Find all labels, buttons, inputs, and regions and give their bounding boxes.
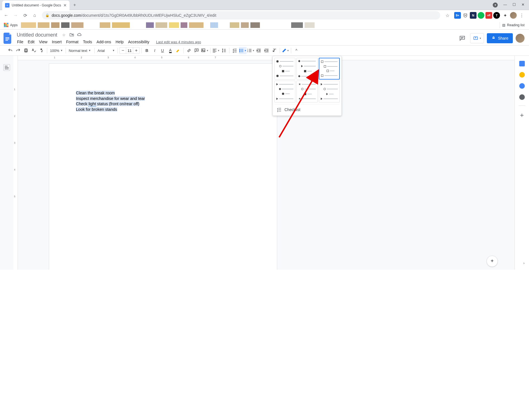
omnibox[interactable]: 🔒 docs.google.com/document/d/1ts7GgDR0A4… bbox=[42, 11, 440, 20]
bullet-option-checklist[interactable]: Checklist bbox=[274, 104, 340, 114]
move-doc-icon[interactable] bbox=[69, 33, 75, 37]
font-size-control[interactable]: − + bbox=[119, 47, 140, 54]
reading-list-button[interactable]: ▤ Reading list bbox=[500, 22, 527, 28]
outline-toggle-icon[interactable] bbox=[3, 64, 10, 71]
editing-mode-button[interactable]: ▼ bbox=[282, 47, 289, 54]
menu-file[interactable]: File bbox=[15, 39, 25, 45]
profile-avatar[interactable] bbox=[510, 12, 517, 19]
highlight-button[interactable] bbox=[174, 47, 182, 54]
document-title[interactable]: Untitled document bbox=[15, 32, 59, 39]
font-size-dec[interactable]: − bbox=[120, 48, 126, 53]
apps-button[interactable]: Apps bbox=[2, 22, 19, 28]
docs-logo[interactable] bbox=[3, 32, 13, 44]
extensions-icon[interactable]: ✦ bbox=[501, 11, 509, 19]
bullet-option-diamond[interactable] bbox=[296, 58, 317, 80]
add-app-icon[interactable]: + bbox=[520, 111, 524, 119]
hide-sidepanel-icon[interactable]: › bbox=[521, 260, 527, 266]
indent-inc-button[interactable] bbox=[263, 47, 270, 54]
menu-accessibility[interactable]: Accessibility bbox=[126, 39, 151, 45]
align-button[interactable]: ▼ bbox=[212, 47, 220, 54]
image-button[interactable]: ▼ bbox=[201, 47, 209, 54]
document-page[interactable]: Clean the break room Inspect merchandise… bbox=[49, 64, 277, 270]
text-color-button[interactable]: A bbox=[167, 47, 174, 54]
bookmark-swatch[interactable] bbox=[230, 22, 239, 28]
bookmark-swatch[interactable] bbox=[189, 22, 204, 28]
print-button[interactable] bbox=[22, 47, 30, 54]
bookmark-swatch[interactable] bbox=[241, 22, 249, 28]
spellcheck-button[interactable] bbox=[30, 47, 37, 54]
bookmark-swatch[interactable] bbox=[100, 22, 110, 28]
line-spacing-button[interactable] bbox=[220, 47, 228, 54]
bookmark-swatch[interactable] bbox=[38, 22, 49, 28]
bookmark-swatch[interactable] bbox=[112, 22, 130, 28]
contacts-app-icon[interactable] bbox=[519, 94, 525, 100]
bookmark-swatch[interactable] bbox=[155, 22, 167, 28]
tab-close-icon[interactable]: ✕ bbox=[63, 3, 67, 8]
keep-app-icon[interactable] bbox=[519, 72, 525, 78]
paint-format-button[interactable] bbox=[38, 47, 45, 54]
bullet-option-arrow[interactable] bbox=[274, 81, 295, 102]
ext-notion-icon[interactable]: N bbox=[470, 12, 477, 19]
present-button[interactable]: ▼ bbox=[470, 33, 484, 43]
bookmark-swatch[interactable] bbox=[61, 22, 70, 28]
bullet-option-square-outline[interactable] bbox=[319, 58, 340, 80]
bookmark-swatch[interactable] bbox=[146, 22, 154, 28]
menu-tools[interactable]: Tools bbox=[81, 39, 94, 45]
bookmark-swatch[interactable] bbox=[210, 22, 218, 28]
explore-button[interactable] bbox=[487, 256, 498, 267]
bookmark-swatch[interactable] bbox=[181, 22, 187, 28]
comments-icon[interactable] bbox=[457, 33, 467, 43]
ext-t-icon[interactable]: T bbox=[493, 12, 500, 19]
undo-button[interactable] bbox=[7, 47, 14, 54]
numbered-list-button[interactable]: 123▼ bbox=[247, 47, 255, 54]
minimize-icon[interactable]: — bbox=[503, 3, 507, 8]
ext-off-icon[interactable]: off bbox=[485, 12, 492, 19]
menu-addons[interactable]: Add-ons bbox=[95, 39, 113, 45]
back-icon[interactable]: ← bbox=[2, 11, 10, 19]
font-size-inc[interactable]: + bbox=[133, 48, 139, 53]
underline-button[interactable]: U bbox=[159, 47, 166, 54]
document-area[interactable]: 1 2 3 4 5 6 7 Clean the break room Inspe… bbox=[18, 56, 514, 270]
tasks-app-icon[interactable] bbox=[519, 83, 525, 89]
account-avatar[interactable] bbox=[516, 34, 525, 43]
bold-button[interactable]: B bbox=[143, 47, 150, 54]
menu-format[interactable]: Format bbox=[64, 39, 80, 45]
redo-button[interactable] bbox=[15, 47, 22, 54]
doc-line[interactable]: Inspect merchandise for wear and tear bbox=[76, 96, 250, 102]
comment-button[interactable] bbox=[193, 47, 200, 54]
bookmark-swatch[interactable] bbox=[250, 22, 260, 28]
style-select[interactable]: Normal text▼ bbox=[68, 47, 93, 54]
doc-line[interactable]: Clean the break room bbox=[76, 90, 250, 96]
bookmark-swatch[interactable] bbox=[305, 22, 315, 28]
menu-view[interactable]: View bbox=[37, 39, 49, 45]
bookmark-swatch[interactable] bbox=[169, 22, 179, 28]
reload-icon[interactable]: ⟳ bbox=[21, 11, 29, 19]
home-icon[interactable]: ⌂ bbox=[31, 11, 39, 19]
font-select[interactable]: Arial▼ bbox=[96, 47, 116, 54]
zoom-select[interactable]: 100%▼ bbox=[49, 47, 64, 54]
browser-tab[interactable]: ≡ Untitled document - Google Docs ✕ bbox=[2, 1, 70, 10]
share-button[interactable]: Share bbox=[487, 33, 513, 43]
bullet-option-star[interactable]: ★ ★ bbox=[296, 81, 317, 102]
speaker-icon[interactable]: ▾ bbox=[493, 3, 498, 8]
last-edit-link[interactable]: Last edit was 4 minutes ago bbox=[154, 39, 203, 45]
star-doc-icon[interactable]: ☆ bbox=[61, 33, 67, 37]
collapse-toolbar-icon[interactable]: ^ bbox=[293, 47, 300, 54]
browser-menu-icon[interactable]: ⋮ bbox=[518, 11, 526, 19]
bookmark-swatch[interactable] bbox=[291, 22, 303, 28]
indent-dec-button[interactable] bbox=[255, 47, 262, 54]
maximize-icon[interactable]: ☐ bbox=[513, 3, 516, 8]
bulleted-list-button[interactable]: ▼ bbox=[239, 47, 246, 54]
clear-format-button[interactable] bbox=[271, 47, 278, 54]
bookmark-swatch[interactable] bbox=[51, 22, 59, 28]
menu-help[interactable]: Help bbox=[114, 39, 126, 45]
star-icon[interactable]: ☆ bbox=[444, 11, 451, 19]
close-window-icon[interactable]: ✕ bbox=[521, 3, 525, 8]
calendar-app-icon[interactable] bbox=[519, 61, 525, 66]
italic-button[interactable]: I bbox=[151, 47, 158, 54]
checklist-button[interactable] bbox=[231, 47, 238, 54]
link-button[interactable] bbox=[185, 47, 193, 54]
menu-insert[interactable]: Insert bbox=[50, 39, 64, 45]
bullet-option-arrow-circle[interactable] bbox=[319, 81, 340, 102]
doc-line[interactable]: Check light status (front on/rear off) bbox=[76, 101, 250, 107]
